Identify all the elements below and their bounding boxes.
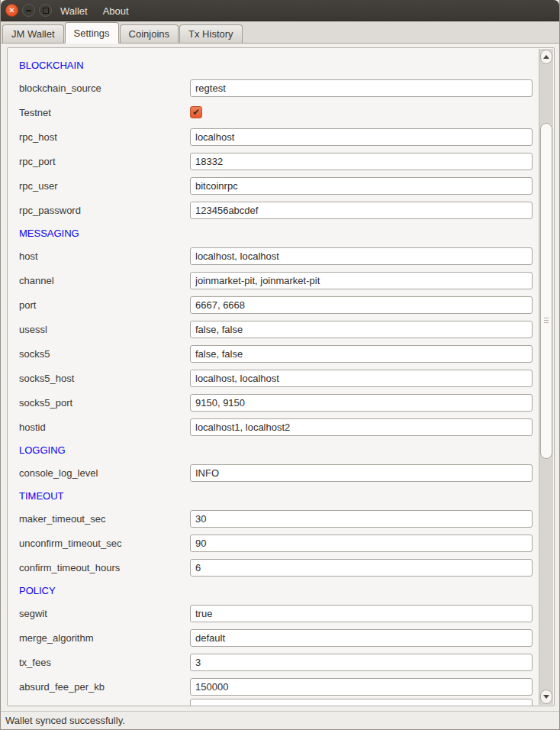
field-label: hostid	[19, 422, 190, 433]
text-field[interactable]	[190, 321, 533, 338]
settings-row: hostid	[8, 415, 539, 439]
scrollbar-thumb[interactable]	[540, 123, 552, 459]
field-label: maker_timeout_sec	[19, 513, 190, 525]
section-header: MESSAGING	[8, 222, 539, 244]
text-field[interactable]	[190, 535, 533, 552]
minimize-window-icon[interactable]	[22, 4, 35, 17]
text-field[interactable]	[190, 559, 533, 577]
field-label: socks5_host	[19, 373, 190, 384]
settings-row: socks5_host	[8, 366, 539, 390]
field-label: port	[19, 299, 190, 311]
settings-row: console_log_level	[8, 460, 539, 485]
tab-jm-wallet[interactable]: JM Wallet	[2, 24, 64, 43]
titlebar: ✕ Wallet About	[1, 0, 559, 21]
settings-row: unconfirm_timeout_sec	[8, 531, 539, 555]
text-field[interactable]	[190, 128, 533, 146]
maximize-window-icon[interactable]	[39, 4, 52, 17]
text-field[interactable]	[190, 654, 533, 671]
field-label: absurd_fee_per_kb	[19, 681, 190, 693]
settings-row: segwit	[8, 601, 539, 625]
settings-row: rpc_user	[8, 173, 539, 198]
tabs: JM WalletSettingsCoinjoinsTx History	[2, 22, 243, 43]
text-field[interactable]	[190, 394, 533, 412]
settings-row: channel	[8, 268, 539, 292]
menu-item-wallet[interactable]: Wallet	[60, 5, 88, 17]
field-label: rpc_host	[19, 131, 190, 143]
settings-row: merge_algorithm	[8, 625, 539, 650]
vertical-scrollbar[interactable]	[539, 49, 553, 705]
field-label: Testnet	[19, 107, 190, 118]
menubar: Wallet About	[60, 0, 129, 21]
field-label: rpc_user	[19, 180, 190, 192]
menu-item-about[interactable]: About	[103, 5, 129, 17]
settings-row: rpc_host	[8, 124, 539, 149]
text-field[interactable]	[190, 177, 533, 195]
settings-row: socks5_port	[8, 390, 539, 415]
scrollbar-grip	[544, 318, 549, 325]
section-header: POLICY	[8, 580, 539, 601]
text-field[interactable]	[190, 345, 533, 363]
field-label: unconfirm_timeout_sec	[19, 538, 190, 549]
text-field[interactable]	[190, 510, 533, 528]
text-field[interactable]	[190, 370, 533, 387]
section-header: TIMEOUT	[8, 485, 539, 506]
settings-row: absurd_fee_per_kb	[8, 674, 539, 699]
status-bar: Wallet synced successfully.	[1, 711, 559, 729]
text-field[interactable]	[190, 153, 533, 170]
settings-row: rpc_password	[8, 198, 539, 222]
field-label: rpc_port	[19, 156, 190, 167]
field-label: merge_algorithm	[19, 632, 190, 644]
window-controls: ✕	[5, 4, 52, 17]
field-label: socks5_port	[19, 397, 190, 409]
tab-settings[interactable]: Settings	[65, 22, 119, 44]
close-window-icon[interactable]: ✕	[5, 4, 18, 17]
settings-row: blockchain_source	[8, 76, 539, 100]
field-label: usessl	[19, 324, 190, 335]
settings-row: tx_fees	[8, 650, 539, 674]
text-field[interactable]	[190, 678, 533, 696]
settings-scroll-area: BLOCKCHAINblockchain_sourceTestnet✔rpc_h…	[7, 47, 555, 706]
settings-row: usessl	[8, 317, 539, 341]
settings-row	[8, 699, 539, 706]
status-message: Wallet synced successfully.	[1, 715, 125, 726]
field-label: console_log_level	[19, 467, 190, 479]
settings-row: rpc_port	[8, 149, 539, 173]
tab-bar: JM WalletSettingsCoinjoinsTx History	[1, 21, 559, 44]
scroll-down-icon[interactable]	[540, 690, 552, 704]
text-field[interactable]	[190, 418, 533, 436]
field-label: segwit	[19, 608, 190, 619]
content-area: BLOCKCHAINblockchain_sourceTestnet✔rpc_h…	[1, 44, 559, 712]
text-field[interactable]	[190, 605, 533, 622]
testnet-checkbox[interactable]: ✔	[190, 106, 202, 118]
section-header: BLOCKCHAIN	[8, 54, 539, 76]
settings-row: Testnet✔	[8, 100, 539, 124]
text-field[interactable]	[190, 79, 533, 97]
settings-row: host	[8, 244, 539, 268]
field-label: tx_fees	[19, 657, 190, 668]
text-field[interactable]	[190, 247, 533, 265]
field-label: rpc_password	[19, 205, 190, 216]
tab-coinjoins[interactable]: Coinjoins	[120, 24, 179, 43]
settings-form: BLOCKCHAINblockchain_sourceTestnet✔rpc_h…	[8, 48, 539, 706]
field-label: socks5	[19, 348, 190, 360]
settings-row: port	[8, 292, 539, 317]
field-label: channel	[19, 275, 190, 286]
settings-row: maker_timeout_sec	[8, 506, 539, 531]
section-header: LOGGING	[8, 439, 539, 460]
settings-row: socks5	[8, 341, 539, 366]
field-label: confirm_timeout_hours	[19, 562, 190, 573]
partial-field[interactable]	[190, 699, 533, 706]
text-field[interactable]	[190, 296, 533, 314]
settings-row: confirm_timeout_hours	[8, 555, 539, 580]
scroll-up-icon[interactable]	[540, 50, 552, 64]
text-field[interactable]	[190, 464, 533, 482]
app-window: ✕ Wallet About JM WalletSettingsCoinjoin…	[0, 0, 560, 730]
text-field[interactable]	[190, 629, 533, 647]
tab-tx-history[interactable]: Tx History	[179, 24, 243, 43]
field-label: blockchain_source	[19, 82, 190, 94]
field-label: host	[19, 250, 190, 262]
text-field[interactable]	[190, 272, 533, 289]
text-field[interactable]	[190, 202, 533, 219]
